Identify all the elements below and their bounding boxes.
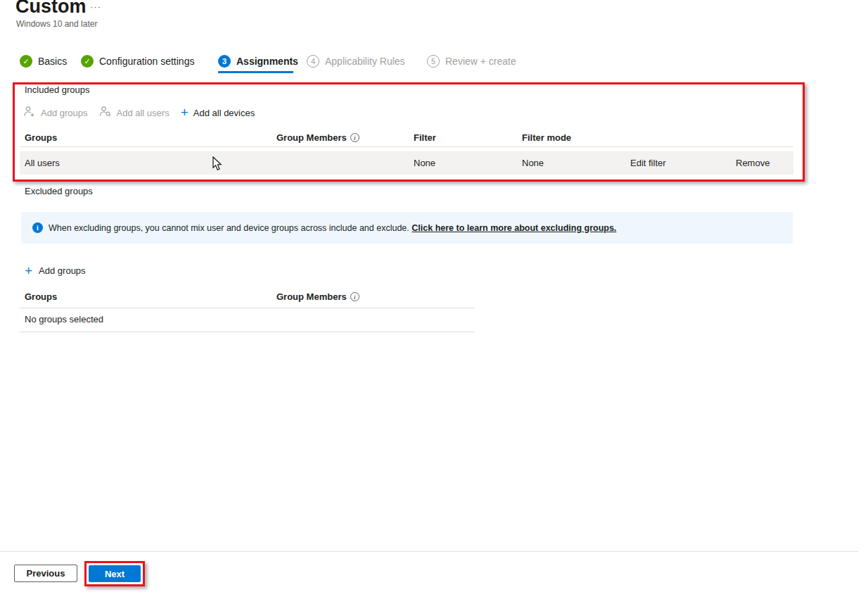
excluded-table-bottom-divider xyxy=(20,332,475,332)
column-header-filter: Filter xyxy=(414,132,436,143)
previous-button[interactable]: Previous xyxy=(14,565,77,582)
tab-review-create[interactable]: 5 Review + create xyxy=(427,55,516,68)
step-label: Configuration settings xyxy=(99,56,194,67)
excluded-add-groups-button[interactable]: + Add groups xyxy=(25,265,86,276)
excluded-groups-heading: Excluded groups xyxy=(25,186,93,196)
add-all-devices-button[interactable]: + Add all devices xyxy=(181,108,255,118)
included-command-bar: Add groups Add all users + Add all devic… xyxy=(23,106,255,120)
check-icon xyxy=(20,55,32,68)
excluded-column-header-groups: Groups xyxy=(25,291,57,302)
step-number-icon: 4 xyxy=(307,55,319,68)
tab-basics[interactable]: Basics xyxy=(20,55,67,68)
column-header-groups: Groups xyxy=(25,132,57,143)
more-options-icon[interactable]: ··· xyxy=(90,1,101,12)
person-add-icon xyxy=(23,106,36,120)
tab-applicability-rules[interactable]: 4 Applicability Rules xyxy=(307,55,405,68)
header-label: Groups xyxy=(25,132,57,143)
info-icon[interactable]: i xyxy=(350,133,359,142)
add-all-users-label: Add all users xyxy=(117,108,170,118)
tab-configuration-settings[interactable]: Configuration settings xyxy=(81,55,194,68)
banner-message: When excluding groups, you cannot mix us… xyxy=(49,223,409,233)
header-label: Groups xyxy=(25,291,57,302)
add-all-devices-label: Add all devices xyxy=(193,108,255,118)
row-filter-value: None xyxy=(414,151,435,175)
excluded-add-groups-label: Add groups xyxy=(39,265,86,276)
add-all-users-button[interactable]: Add all users xyxy=(99,106,170,120)
header-label: Filter mode xyxy=(522,132,571,143)
excluded-table-header-divider xyxy=(20,308,475,308)
learn-more-link[interactable]: Click here to learn more about excluding… xyxy=(411,223,616,233)
row-group-name: All users xyxy=(25,151,60,175)
add-groups-label: Add groups xyxy=(41,108,88,118)
included-groups-heading: Included groups xyxy=(25,84,90,95)
add-groups-button[interactable]: Add groups xyxy=(23,106,88,120)
row-filter-mode-value: None xyxy=(522,151,544,175)
edit-filter-link[interactable]: Edit filter xyxy=(630,151,666,175)
person-search-icon xyxy=(99,106,112,120)
empty-state-text: No groups selected xyxy=(25,314,103,325)
next-button[interactable]: Next xyxy=(89,565,141,582)
check-icon xyxy=(81,55,94,68)
step-label: Assignments xyxy=(236,56,298,67)
step-number-icon: 5 xyxy=(427,55,440,68)
page-subtitle: Windows 10 and later xyxy=(16,19,97,29)
create-profile-wizard-page: Custom ··· Windows 10 and later Basics C… xyxy=(0,0,868,592)
step-number-icon: 3 xyxy=(218,55,231,68)
active-tab-underline xyxy=(218,71,293,73)
table-header-divider xyxy=(20,146,793,147)
plus-icon: + xyxy=(25,266,32,276)
header-label: Group Members xyxy=(276,132,347,143)
header-label: Group Members xyxy=(276,291,347,302)
footer-divider xyxy=(0,551,858,552)
step-label: Review + create xyxy=(445,56,516,67)
step-label: Applicability Rules xyxy=(325,56,405,67)
remove-link[interactable]: Remove xyxy=(736,151,770,175)
plus-icon: + xyxy=(181,108,189,118)
step-label: Basics xyxy=(38,56,67,67)
info-icon[interactable]: i xyxy=(350,292,359,301)
info-banner: i When excluding groups, you cannot mix … xyxy=(21,212,793,244)
header-label: Filter xyxy=(414,132,436,143)
table-row: All users None None Edit filter Remove xyxy=(20,151,793,175)
page-title: Custom xyxy=(15,0,87,18)
info-filled-icon: i xyxy=(32,222,43,233)
column-header-filter-mode: Filter mode xyxy=(522,132,571,143)
info-banner-text: When excluding groups, you cannot mix us… xyxy=(49,223,616,233)
excluded-column-header-group-members: Group Members i xyxy=(276,291,359,302)
tab-assignments[interactable]: 3 Assignments xyxy=(218,55,298,68)
column-header-group-members: Group Members i xyxy=(276,132,359,143)
